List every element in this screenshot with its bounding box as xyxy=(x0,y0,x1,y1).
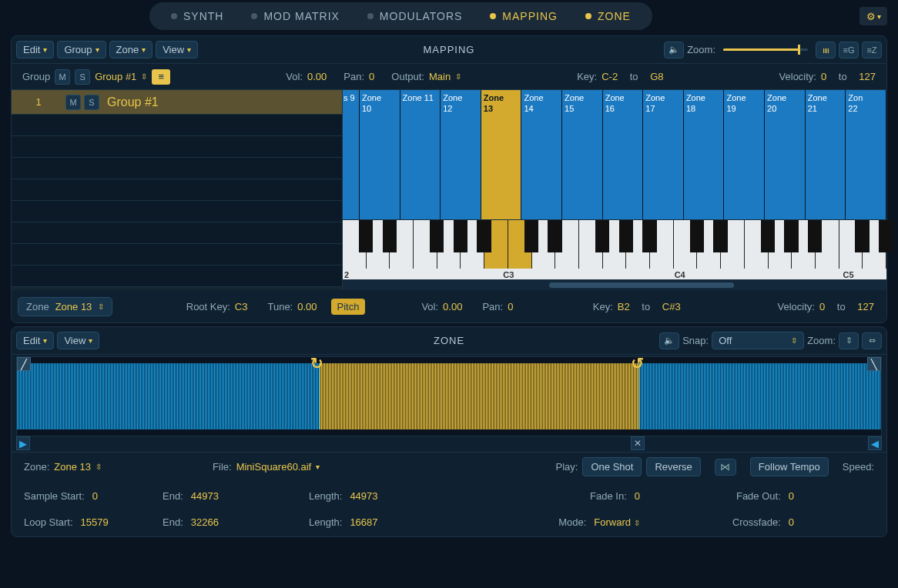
zone-column[interactable]: Zone12 xyxy=(441,90,481,219)
view-group-list-button[interactable]: ≡G xyxy=(839,42,859,58)
pan-value[interactable]: 0 xyxy=(508,301,513,312)
piano-key-black[interactable] xyxy=(359,220,373,252)
pitch-button[interactable]: Pitch xyxy=(331,299,366,315)
loop-end-marker-icon[interactable]: ↻ xyxy=(631,354,644,373)
loop-length-value[interactable]: 16687 xyxy=(350,516,377,528)
piano-key-black[interactable] xyxy=(713,220,727,252)
mode-dropdown[interactable]: Forward xyxy=(594,516,631,528)
piano-key-black[interactable] xyxy=(477,220,491,252)
sample-end-value[interactable]: 44973 xyxy=(191,490,219,502)
group-row[interactable]: 1 M S Group #1 xyxy=(12,90,342,115)
scroll-thumb[interactable] xyxy=(549,282,734,288)
mute-button[interactable]: M xyxy=(65,95,81,110)
horizontal-scrollbar[interactable] xyxy=(343,279,886,290)
vol-value[interactable]: 0.00 xyxy=(443,301,462,312)
view-menu[interactable]: View▾ xyxy=(156,41,198,58)
solo-button[interactable]: S xyxy=(75,69,90,85)
sample-start-value[interactable]: 0 xyxy=(92,490,98,502)
key-lo-value[interactable]: B2 xyxy=(618,301,630,312)
fade-out-handle[interactable]: ╲ xyxy=(867,357,881,371)
loop-start-marker-icon[interactable]: ↻ xyxy=(310,354,323,373)
pan-value[interactable]: 0 xyxy=(369,71,374,82)
fade-in-handle[interactable]: ╱ xyxy=(17,357,31,371)
tab-mapping[interactable]: MAPPING xyxy=(476,5,571,27)
vel-lo-value[interactable]: 0 xyxy=(819,301,825,312)
vel-hi-value[interactable]: 127 xyxy=(857,301,874,312)
piano-key-black[interactable] xyxy=(642,220,656,252)
piano-key-black[interactable] xyxy=(454,220,467,252)
fadeout-value[interactable]: 0 xyxy=(789,490,794,502)
vol-value[interactable]: 0.00 xyxy=(307,71,327,82)
piano-key-black[interactable] xyxy=(855,220,869,252)
mute-button[interactable]: M xyxy=(55,69,70,85)
zone-column[interactable]: Zone10 xyxy=(360,90,400,219)
key-hi-value[interactable]: C#3 xyxy=(662,301,681,312)
key-hi-value[interactable]: G8 xyxy=(650,71,663,82)
piano-key-black[interactable] xyxy=(784,220,798,252)
loop-start-value[interactable]: 15579 xyxy=(81,516,109,528)
zoom-slider[interactable] xyxy=(723,48,808,51)
zone-name-dropdown[interactable]: Zone 13 xyxy=(55,301,92,312)
piano-key-black[interactable] xyxy=(383,220,397,252)
zone-name-dropdown[interactable]: Zone 13 xyxy=(54,461,91,473)
zone-column[interactable]: Zone17 xyxy=(643,90,684,219)
piano-key-black[interactable] xyxy=(761,220,775,252)
zone-column[interactable]: Zone20 xyxy=(765,90,806,219)
key-lo-value[interactable]: C-2 xyxy=(601,71,618,82)
zone-column[interactable]: s 9 xyxy=(343,90,360,219)
view-menu[interactable]: View▾ xyxy=(57,332,99,349)
crossfade-value[interactable]: 0 xyxy=(789,516,794,528)
zoom-fit-vertical-button[interactable]: ⇕ xyxy=(839,332,859,349)
piano-key-black[interactable] xyxy=(595,220,609,252)
zone-column[interactable]: Zone21 xyxy=(806,90,846,219)
list-toggle-button[interactable]: ≡ xyxy=(152,69,170,85)
edit-menu[interactable]: Edit▾ xyxy=(16,332,54,349)
waveform-loop-region[interactable] xyxy=(320,363,639,429)
zone-column[interactable]: Zone16 xyxy=(603,90,644,219)
vel-lo-value[interactable]: 0 xyxy=(821,71,826,82)
loop-end-value[interactable]: 32266 xyxy=(191,516,219,528)
rootkey-value[interactable]: C3 xyxy=(235,301,248,312)
group-menu[interactable]: Group▾ xyxy=(57,41,106,58)
crossfade-marker[interactable]: ✕ xyxy=(631,436,645,450)
sample-end-button[interactable]: ◀ xyxy=(868,436,882,450)
zone-column[interactable]: Zon22 xyxy=(846,90,886,219)
flex-button[interactable]: ⋈ xyxy=(715,459,736,476)
tab-mod-matrix[interactable]: MOD MATRIX xyxy=(237,5,353,27)
piano-key-black[interactable] xyxy=(619,220,633,252)
view-zone-list-button[interactable]: ≡Z xyxy=(862,42,882,58)
zone-column[interactable]: Zone13 xyxy=(481,90,522,219)
tab-synth[interactable]: SYNTH xyxy=(157,5,237,27)
tab-modulators[interactable]: MODULATORS xyxy=(354,5,477,27)
piano-key-black[interactable] xyxy=(808,220,822,252)
fadein-value[interactable]: 0 xyxy=(635,490,640,502)
zone-column[interactable]: Zone14 xyxy=(521,90,562,219)
zone-menu[interactable]: Zone▾ xyxy=(109,41,153,58)
piano-key-black[interactable] xyxy=(690,220,704,252)
zone-strip[interactable]: s 9Zone10Zone 11Zone12Zone13Zone14Zone15… xyxy=(343,90,886,219)
follow-tempo-button[interactable]: Follow Tempo xyxy=(750,457,829,476)
zone-column[interactable]: Zone 11 xyxy=(400,90,441,219)
solo-button[interactable]: S xyxy=(84,95,99,110)
piano-key-black[interactable] xyxy=(879,220,893,252)
speaker-button[interactable]: 🔈 xyxy=(664,42,684,58)
settings-button[interactable]: ⚙▾ xyxy=(859,7,887,25)
one-shot-button[interactable]: One Shot xyxy=(582,457,642,476)
snap-dropdown[interactable]: Off⇳ xyxy=(712,332,804,349)
piano-key-black[interactable] xyxy=(524,220,538,252)
group-name-dropdown[interactable]: Group #1 xyxy=(95,71,136,82)
edit-menu[interactable]: Edit▾ xyxy=(16,41,54,58)
tab-zone[interactable]: ZONE xyxy=(571,5,645,27)
speaker-button[interactable]: 🔈 xyxy=(659,332,679,349)
sample-start-button[interactable]: ▶ xyxy=(16,436,30,450)
vel-hi-value[interactable]: 127 xyxy=(859,71,876,82)
piano-key-black[interactable] xyxy=(548,220,561,252)
tune-value[interactable]: 0.00 xyxy=(297,301,317,312)
zone-column[interactable]: Zone15 xyxy=(562,90,603,219)
zone-column[interactable]: Zone18 xyxy=(684,90,725,219)
file-name-dropdown[interactable]: MiniSquare60.aif xyxy=(236,461,312,473)
view-keymap-button[interactable]: ıııı xyxy=(816,42,836,58)
piano-key-black[interactable] xyxy=(430,220,444,252)
zoom-fit-horizontal-button[interactable]: ⇔ xyxy=(862,332,882,349)
zone-column[interactable]: Zone19 xyxy=(724,90,765,219)
